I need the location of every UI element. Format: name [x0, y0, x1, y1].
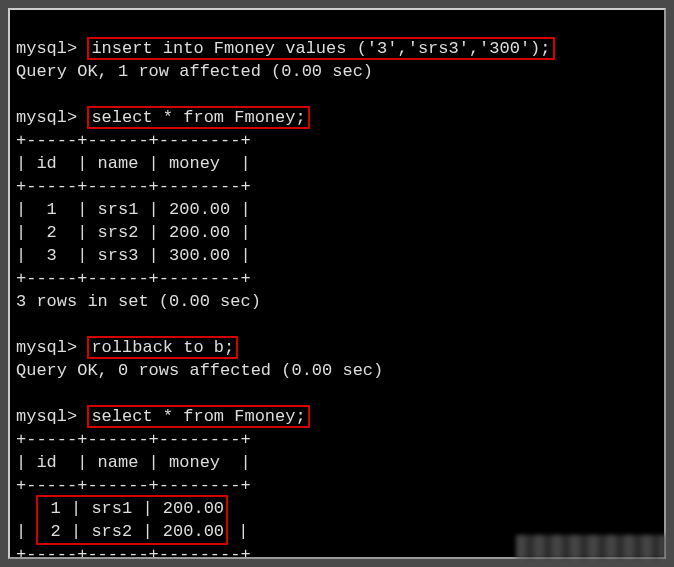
table-header: | id | name | money | [16, 453, 251, 472]
table-row: 2 | srs2 | 200.00 [40, 522, 224, 541]
table-border: +-----+------+--------+ [16, 545, 251, 559]
result-line: Query OK, 0 rows affected (0.00 sec) [16, 361, 383, 380]
table-border: +-----+------+--------+ [16, 476, 251, 495]
table-row: | 2 | srs2 | 200.00 | [16, 223, 251, 242]
table-row: 1 | srs1 | 200.00 [40, 499, 224, 518]
sql-select-stmt-1: select * from Fmoney; [87, 106, 309, 129]
sql-insert-stmt: insert into Fmoney values ('3','srs3','3… [87, 37, 554, 60]
table-border: +-----+------+--------+ [16, 131, 251, 150]
table-border: +-----+------+--------+ [16, 430, 251, 449]
result-line: Query OK, 1 row affected (0.00 sec) [16, 62, 373, 81]
sql-rollback-stmt: rollback to b; [87, 336, 238, 359]
screenshot-frame: mysql> insert into Fmoney values ('3','s… [0, 0, 674, 567]
after-rollback-rows: 1 | srs1 | 200.00 2 | srs2 | 200.00 [36, 495, 228, 545]
table-border: +-----+------+--------+ [16, 269, 251, 288]
result-line: 3 rows in set (0.00 sec) [16, 292, 261, 311]
prompt: mysql> [16, 108, 77, 127]
row-prefix: | [16, 522, 36, 541]
table-header: | id | name | money | [16, 154, 251, 173]
mysql-terminal: mysql> insert into Fmoney values ('3','s… [8, 8, 666, 559]
obscured-corner [516, 535, 666, 559]
sql-select-stmt-2: select * from Fmoney; [87, 405, 309, 428]
prompt: mysql> [16, 338, 77, 357]
table-row: | 1 | srs1 | 200.00 | [16, 200, 251, 219]
table-border: +-----+------+--------+ [16, 177, 251, 196]
table-row: | 3 | srs3 | 300.00 | [16, 246, 251, 265]
prompt: mysql> [16, 407, 77, 426]
row-suffix: | [228, 522, 248, 541]
prompt: mysql> [16, 39, 77, 58]
